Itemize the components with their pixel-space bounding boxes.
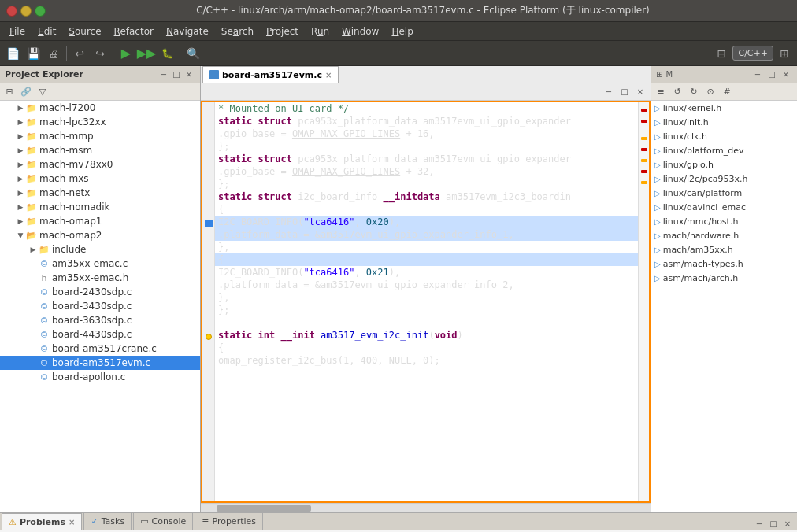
minimize-button[interactable]	[20, 6, 32, 17]
tree-item-board-am3517crane[interactable]: © board-am3517crane.c	[0, 342, 200, 356]
folder-icon: 📁	[25, 172, 38, 185]
includes-close[interactable]: ×	[780, 68, 792, 81]
tree-item-am35xx-emac-c[interactable]: © am35xx-emac.c	[0, 257, 200, 271]
tree-item-board-am3517evm[interactable]: © board-am3517evm.c	[0, 356, 200, 370]
includes-tb-btn5[interactable]: #	[719, 85, 735, 99]
include-item[interactable]: ▷ linux/clk.h	[651, 129, 797, 143]
tree-item-mach-l7200[interactable]: ▶ 📁 mach-l7200	[0, 101, 200, 115]
project-explorer-minimize[interactable]: −	[158, 68, 170, 81]
tree-item-board-3630sdp[interactable]: © board-3630sdp.c	[0, 313, 200, 327]
menu-run[interactable]: Run	[305, 24, 335, 39]
project-explorer-close[interactable]: ×	[183, 68, 195, 81]
tree-item-mach-mxs[interactable]: ▶ 📁 mach-mxs	[0, 172, 200, 186]
minimize-all-button[interactable]: ⊟	[712, 44, 731, 63]
code-content[interactable]: * Mounted on UI card */ static struct pc…	[215, 102, 638, 501]
tree-item-mach-omap1[interactable]: ▶ 📁 mach-omap1	[0, 214, 200, 228]
includes-minimize[interactable]: −	[751, 68, 764, 81]
menu-edit[interactable]: Edit	[32, 24, 62, 39]
include-item[interactable]: ▷ linux/init.h	[651, 115, 797, 129]
include-item[interactable]: ▷ linux/can/platform	[651, 186, 797, 200]
include-item[interactable]: ▷ mach/am35xx.h	[651, 242, 797, 257]
perspective-button[interactable]: C/C++	[732, 46, 773, 61]
include-item[interactable]: ▷ asm/mach-types.h	[651, 257, 797, 271]
include-item[interactable]: ▷ linux/i2c/pca953x.h	[651, 172, 797, 186]
tree-item-mach-mmp[interactable]: ▶ 📁 mach-mmp	[0, 129, 200, 143]
open-perspective-button[interactable]: ⊞	[775, 44, 794, 63]
tree-item-mach-nomadik[interactable]: ▶ 📁 mach-nomadik	[0, 200, 200, 214]
menu-search[interactable]: Search	[215, 24, 260, 39]
problems-tab-close[interactable]: ×	[69, 518, 75, 526]
tree-arrow: ▶	[16, 118, 25, 126]
close-button[interactable]	[6, 6, 17, 17]
include-item[interactable]: ▷ mach/hardware.h	[651, 228, 797, 242]
editor-close-button[interactable]: ×	[633, 85, 647, 99]
editor-horizontal-scrollbar[interactable]	[201, 503, 651, 512]
include-item[interactable]: ▷ linux/kernel.h	[651, 101, 797, 115]
includes-tb-btn3[interactable]: ↻	[686, 85, 702, 99]
menu-source[interactable]: Source	[62, 24, 107, 39]
include-item[interactable]: ▷ linux/gpio.h	[651, 157, 797, 172]
print-button[interactable]: 🖨	[44, 44, 63, 63]
folder-icon: 📁	[25, 102, 38, 114]
tree-item-board-apollon[interactable]: © board-apollon.c	[0, 370, 200, 384]
explorer-menu-button[interactable]: ▽	[35, 85, 50, 99]
maximize-button[interactable]	[35, 6, 46, 17]
includes-tb-btn4[interactable]: ⊙	[702, 85, 718, 99]
includes-maximize[interactable]: □	[765, 68, 778, 81]
build-button[interactable]: ▶	[117, 44, 135, 63]
code-line: * Mounted on UI card */	[215, 102, 638, 115]
tree-item-board-4430sdp[interactable]: © board-4430sdp.c	[0, 327, 200, 342]
window-title: C/C++ - linux/arch/arm/mach-omap2/board-…	[55, 4, 791, 17]
include-item[interactable]: ▷ linux/davinci_emac	[651, 200, 797, 214]
tab-console[interactable]: ▭ Console	[133, 512, 193, 530]
project-explorer-maximize[interactable]: □	[170, 68, 183, 81]
menu-project[interactable]: Project	[260, 24, 305, 39]
menu-navigate[interactable]: Navigate	[160, 24, 215, 39]
run-button[interactable]: ▶▶	[137, 44, 156, 63]
code-line: .gpio_base = OMAP_MAX_GPIO_LINES + 16,	[215, 127, 638, 140]
tab-close-button[interactable]: ×	[325, 71, 332, 79]
redo-button[interactable]: ↪	[91, 44, 109, 63]
new-button[interactable]: 📄	[3, 44, 22, 63]
include-item[interactable]: ▷ linux/platform_dev	[651, 143, 797, 157]
tree-item-mach-msm[interactable]: ▶ 📁 mach-msm	[0, 143, 200, 157]
includes-tb-btn2[interactable]: ↺	[669, 85, 685, 99]
folder-open-icon: 📂	[25, 229, 38, 242]
editor-maximize-button[interactable]: □	[617, 85, 632, 99]
save-button[interactable]: 💾	[24, 44, 43, 63]
link-editor-button[interactable]: 🔗	[18, 85, 34, 99]
tree-item-mach-lpc32xx[interactable]: ▶ 📁 mach-lpc32xx	[0, 115, 200, 129]
editor-tabs: board-am3517evm.c ×	[201, 66, 651, 83]
folder-icon: 📁	[25, 187, 38, 199]
main-toolbar: 📄 💾 🖨 ↩ ↪ ▶ ▶▶ 🐛 🔍 ⊟ C/C++ ⊞	[0, 41, 797, 66]
include-item[interactable]: ▷ linux/mmc/host.h	[651, 214, 797, 228]
undo-button[interactable]: ↩	[70, 44, 89, 63]
menu-file[interactable]: File	[3, 24, 32, 39]
tree-item-mach-mv78xx0[interactable]: ▶ 📁 mach-mv78xx0	[0, 157, 200, 172]
include-item[interactable]: ▷ asm/mach/arch.h	[651, 271, 797, 285]
tree-item-board-3430sdp[interactable]: © board-3430sdp.c	[0, 299, 200, 313]
code-editor[interactable]: * Mounted on UI card */ static struct pc…	[201, 101, 651, 503]
menu-refactor[interactable]: Refactor	[108, 24, 160, 39]
code-line: .platform_data = &am3517evm_ui_gpio_expa…	[215, 279, 638, 291]
editor-minimize-button[interactable]: −	[602, 85, 616, 99]
tree-item-am35xx-emac-h[interactable]: h am35xx-emac.h	[0, 271, 200, 285]
bottom-close[interactable]: ×	[781, 517, 794, 530]
collapse-all-button[interactable]: ⊟	[2, 85, 17, 99]
tab-properties[interactable]: ≡ Properties	[195, 512, 263, 530]
c-file-icon: ©	[38, 328, 50, 341]
bottom-minimize[interactable]: −	[753, 517, 765, 530]
tab-tasks[interactable]: ✓ Tasks	[83, 512, 132, 530]
menu-window[interactable]: Window	[335, 24, 385, 39]
debug-button[interactable]: 🐛	[158, 44, 176, 63]
menu-help[interactable]: Help	[385, 24, 419, 39]
search-toolbar-button[interactable]: 🔍	[183, 44, 202, 63]
includes-tb-btn1[interactable]: ≡	[653, 85, 669, 99]
tree-item-mach-omap2[interactable]: ▼ 📂 mach-omap2	[0, 228, 200, 242]
bottom-maximize[interactable]: □	[767, 517, 780, 530]
tab-problems[interactable]: ⚠ Problems ×	[2, 513, 82, 530]
tree-item-board-2430sdp[interactable]: © board-2430sdp.c	[0, 285, 200, 299]
tree-item-include[interactable]: ▶ 📁 include	[0, 242, 200, 257]
editor-tab-board-am3517evm[interactable]: board-am3517evm.c ×	[202, 66, 339, 83]
tree-item-mach-netx[interactable]: ▶ 📁 mach-netx	[0, 186, 200, 200]
